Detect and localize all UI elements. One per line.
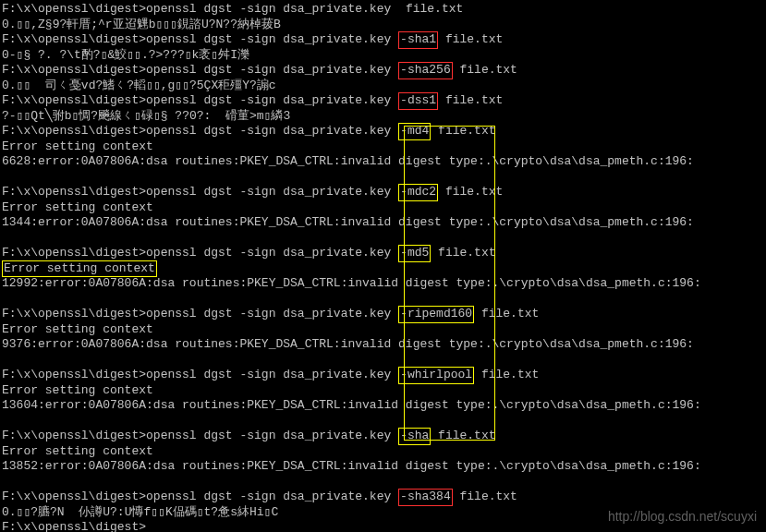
terminal-line: F:\x\openssl\digest>openssl dgst -sign d…	[2, 490, 764, 505]
terminal-line: F:\x\openssl\digest>openssl dgst -sign d…	[2, 307, 764, 322]
terminal-line: Error setting context	[2, 200, 764, 216]
terminal-line: 13604:error:0A07806A:dsa routines:PKEY_D…	[2, 398, 764, 414]
terminal-line: F:\x\openssl\digest>openssl dgst -sign d…	[2, 185, 764, 200]
terminal-output[interactable]: F:\x\openssl\digest>openssl dgst -sign d…	[2, 2, 764, 532]
command-text: openssl dgst -sign dsa_private.key	[146, 63, 398, 77]
terminal-line	[2, 353, 764, 369]
terminal-line: 9376:error:0A07806A:dsa routines:PKEY_DS…	[2, 337, 764, 353]
command-text: openssl dgst -sign dsa_private.key	[146, 429, 398, 442]
prompt-text: F:\x\openssl\digest>	[2, 368, 146, 381]
terminal-line: 0.▯▯ 司ㄑ戞vd?鰭ㄑ?轁▯▯,g▯▯?5ÇX秬殭Y?謆c	[2, 79, 764, 94]
command-text: openssl dgst -sign dsa_private.key	[146, 246, 398, 260]
terminal-line: 13852:error:0A07806A:dsa routines:PKEY_D…	[2, 459, 764, 475]
command-text: openssl dgst -sign dsa_private.key	[146, 490, 398, 503]
terminal-line: 0-▯§ ?. ?\t酌?▯&鮫▯▯.?>???▯k袤▯舛I濼	[2, 48, 764, 64]
command-text: file.txt	[438, 185, 503, 199]
prompt-text: F:\x\openssl\digest>	[2, 185, 146, 199]
flag-highlight: -md5	[398, 245, 431, 262]
command-text: file.txt	[453, 490, 517, 503]
command-text: openssl dgst -sign dsa_private.key	[146, 307, 398, 320]
prompt-text: F:\x\openssl\digest>	[2, 124, 146, 138]
terminal-line: Error setting context	[2, 444, 764, 460]
command-text: file.txt	[438, 32, 503, 46]
command-text: openssl dgst -sign dsa_private.key	[146, 124, 398, 138]
error-highlight: Error setting context	[2, 260, 157, 278]
prompt-text: F:\x\openssl\digest>	[2, 2, 146, 16]
prompt-text: F:\x\openssl\digest>	[2, 520, 146, 532]
command-text: openssl dgst -sign dsa_private.key	[146, 368, 398, 381]
watermark-text: http://blog.csdn.net/scuyxi	[608, 508, 757, 525]
command-text: file.txt	[474, 368, 539, 381]
command-text: openssl dgst -sign dsa_private.key	[146, 32, 398, 46]
terminal-line	[2, 475, 764, 490]
terminal-line: Error setting context	[2, 383, 764, 399]
terminal-line: F:\x\openssl\digest>openssl dgst -sign d…	[2, 2, 764, 18]
terminal-line: 0.▯▯,Z§9?軒厝;^r亚迢魓b▯▯▯鋧諮U?N??納棹菝B	[2, 18, 764, 33]
flag-highlight: -md4	[398, 123, 431, 140]
prompt-text: F:\x\openssl\digest>	[2, 490, 146, 503]
flag-highlight: -ripemd160	[398, 306, 474, 323]
terminal-line: Error setting context	[2, 322, 764, 338]
terminal-line: F:\x\openssl\digest>openssl dgst -sign d…	[2, 368, 764, 383]
command-text: file.txt	[431, 429, 495, 442]
terminal-line: F:\x\openssl\digest>openssl dgst -sign d…	[2, 63, 764, 79]
flag-highlight: -whirlpool	[398, 367, 474, 384]
command-text: openssl dgst -sign dsa_private.key	[146, 93, 398, 107]
terminal-line: F:\x\openssl\digest>openssl dgst -sign d…	[2, 429, 764, 444]
flag-highlight: -sha384	[398, 489, 453, 506]
command-text: openssl dgst -sign dsa_private.key	[146, 185, 398, 199]
terminal-line: 6628:error:0A07806A:dsa routines:PKEY_DS…	[2, 154, 764, 170]
prompt-text: F:\x\openssl\digest>	[2, 429, 146, 442]
command-text: openssl dgst -sign dsa_private.key file.…	[146, 2, 463, 16]
prompt-text: F:\x\openssl\digest>	[2, 63, 146, 77]
terminal-line: Error setting context	[2, 139, 764, 155]
terminal-line: F:\x\openssl\digest>openssl dgst -sign d…	[2, 124, 764, 139]
terminal-line: 1344:error:0A07806A:dsa routines:PKEY_DS…	[2, 215, 764, 231]
terminal-line: F:\x\openssl\digest>openssl dgst -sign d…	[2, 32, 764, 48]
terminal-line: 12992:error:0A07806A:dsa routines:PKEY_D…	[2, 276, 764, 292]
command-text: file.txt	[438, 93, 503, 107]
flag-highlight: -sha1	[398, 31, 438, 49]
terminal-line: ?-▯▯Qt╲驸b▯惆?飈線ㄑ▯碌▯§ ??0?: 磆菫>m▯繗3	[2, 109, 764, 125]
command-text: file.txt	[431, 124, 495, 138]
terminal-line: F:\x\openssl\digest>openssl dgst -sign d…	[2, 246, 764, 261]
command-text: file.txt	[474, 307, 539, 320]
terminal-line: F:\x\openssl\digest>openssl dgst -sign d…	[2, 93, 764, 109]
terminal-line	[2, 170, 764, 186]
terminal-line	[2, 231, 764, 247]
flag-highlight: -dss1	[398, 92, 438, 110]
terminal-line	[2, 292, 764, 308]
flag-highlight: -mdc2	[398, 184, 438, 201]
prompt-text: F:\x\openssl\digest>	[2, 32, 146, 46]
terminal-line: Error setting context	[2, 261, 764, 277]
command-text: file.txt	[453, 63, 517, 77]
command-text: file.txt	[431, 246, 495, 260]
prompt-text: F:\x\openssl\digest>	[2, 93, 146, 107]
flag-highlight: -sha	[398, 428, 431, 445]
flag-highlight: -sha256	[398, 62, 453, 79]
terminal-line	[2, 414, 764, 429]
prompt-text: F:\x\openssl\digest>	[2, 307, 146, 320]
prompt-text: F:\x\openssl\digest>	[2, 246, 146, 260]
